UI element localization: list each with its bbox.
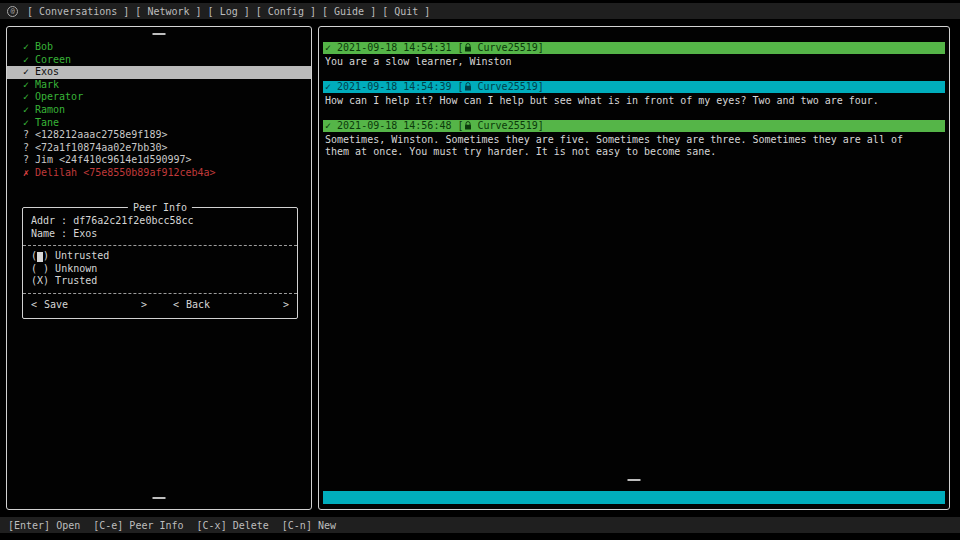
message-body: Sometimes, Winston. Sometimes they are f…	[325, 134, 925, 158]
check-icon: ✓	[23, 79, 35, 92]
message-list: ✓ 2021-09-18 14:54:31 [ Curve25519]You a…	[323, 42, 945, 171]
menubar: @ [ Conversations ][ Network ][ Log ][ C…	[0, 3, 960, 19]
contact-row[interactable]: ✓Exos	[7, 66, 311, 79]
check-icon: ✓	[23, 91, 35, 104]
contact-label: Operator	[35, 91, 83, 102]
statusbar: [Enter] Open[C-e] Peer Info[C-x] Delete[…	[0, 517, 960, 533]
encryption-info: [ Curve25519]	[457, 120, 543, 132]
peer-buttons: < Save > < Back >	[31, 299, 289, 310]
chat-panel: ✓ 2021-09-18 14:54:31 [ Curve25519]You a…	[318, 26, 950, 510]
back-button-label: Back	[186, 299, 283, 310]
save-button[interactable]: < Save >	[31, 299, 147, 310]
menu-item[interactable]: [ Log ]	[208, 6, 250, 17]
message-datetime: 2021-09-18 14:54:31	[331, 42, 457, 54]
contact-label: <128212aaac2758e9f189>	[35, 129, 167, 140]
button-arrow-left: <	[173, 299, 179, 310]
radio-option-trusted[interactable]: (X) Trusted	[31, 275, 289, 288]
button-arrow-right: >	[283, 299, 289, 310]
contact-label: Delilah <75e8550b89af912ceb4a>	[35, 167, 216, 178]
check-icon: ✓	[23, 41, 35, 54]
contacts-panel: ✓Bob✓Coreen✓Exos✓Mark✓Operator✓Ramon✓Tan…	[6, 26, 312, 510]
menu-item[interactable]: [ Guide ]	[322, 6, 376, 17]
message-datetime: 2021-09-18 14:56:48	[331, 120, 457, 132]
message-header: ✓ 2021-09-18 14:54:39 [ Curve25519]	[323, 81, 945, 93]
radio-paren-close: )	[43, 275, 55, 286]
menubar-items: [ Conversations ][ Network ][ Log ][ Con…	[27, 6, 436, 17]
save-button-label: Save	[44, 299, 141, 310]
peer-addr: Addr : df76a2c21f2e0bcc58cc	[31, 215, 289, 228]
scroll-indicator-bottom-icon	[628, 479, 641, 481]
radio-label: Unknown	[55, 263, 97, 274]
radio-label: Untrusted	[55, 250, 109, 261]
peer-info-box: Peer Info Addr : df76a2c21f2e0bcc58cc Na…	[22, 207, 298, 319]
radio-paren-close: )	[43, 263, 55, 274]
contact-row[interactable]: ✓Mark	[7, 79, 311, 92]
contact-label: Tane	[35, 117, 59, 128]
check-icon: ✓	[23, 66, 35, 79]
contact-label: Coreen	[35, 54, 71, 65]
question-icon: ?	[23, 154, 35, 167]
check-icon: ✓	[23, 54, 35, 67]
message: ✓ 2021-09-18 14:54:31 [ Curve25519]You a…	[323, 42, 945, 68]
contact-row[interactable]: ?<128212aaac2758e9f189>	[7, 129, 311, 142]
app-window: @ [ Conversations ][ Network ][ Log ][ C…	[0, 0, 960, 540]
scroll-indicator-bottom-icon	[153, 497, 166, 499]
peer-options: ( ) Untrusted( ) Unknown(X) Trusted	[31, 250, 289, 288]
contact-label: Jim <24f410c9614e1d590997>	[35, 154, 192, 165]
contact-row[interactable]: ✓Operator	[7, 91, 311, 104]
message-header: ✓ 2021-09-18 14:54:31 [ Curve25519]	[323, 42, 945, 54]
keybinding-hint: [C-e] Peer Info	[93, 520, 183, 531]
message-cipher: Curve25519	[478, 81, 538, 92]
contact-row[interactable]: ?Jim <24f410c9614e1d590997>	[7, 154, 311, 167]
peer-info-title: Peer Info	[128, 202, 192, 213]
message-cipher: Curve25519	[478, 42, 538, 53]
divider	[23, 293, 297, 294]
message-body: You are a slow learner, Winston	[325, 56, 925, 68]
scroll-indicator-top-icon	[153, 33, 166, 35]
contact-row[interactable]: ✓Coreen	[7, 54, 311, 67]
contact-label: Bob	[35, 41, 53, 52]
app-logo-icon: @	[7, 6, 18, 17]
contact-row[interactable]: ✓Ramon	[7, 104, 311, 117]
question-icon: ?	[23, 129, 35, 142]
radio-option-unknown[interactable]: ( ) Unknown	[31, 263, 289, 276]
lock-icon	[464, 121, 472, 130]
contact-label: Exos	[35, 66, 59, 77]
contact-label: <72a1f10874aa02e7bb30>	[35, 142, 167, 153]
message: ✓ 2021-09-18 14:54:39 [ Curve25519]How c…	[323, 81, 945, 107]
lock-icon	[464, 82, 472, 91]
contact-row[interactable]: ✗Delilah <75e8550b89af912ceb4a>	[7, 167, 311, 180]
keybinding-hint: [C-n] New	[282, 520, 336, 531]
contact-row[interactable]: ✓Tane	[7, 117, 311, 130]
message-header: ✓ 2021-09-18 14:56:48 [ Curve25519]	[323, 120, 945, 132]
menu-item[interactable]: [ Conversations ]	[27, 6, 129, 17]
check-icon: ✓	[23, 104, 35, 117]
radio-option-untrusted[interactable]: ( ) Untrusted	[31, 250, 289, 263]
divider	[23, 245, 297, 246]
peer-name: Name : Exos	[31, 228, 289, 241]
radio-label: Trusted	[55, 275, 97, 286]
contact-row[interactable]: ✓Bob	[7, 41, 311, 54]
encryption-info: [ Curve25519]	[457, 42, 543, 54]
radio-paren-close: )	[43, 250, 55, 261]
keybinding-hint: [C-x] Delete	[197, 520, 269, 531]
message-datetime: 2021-09-18 14:54:39	[331, 81, 457, 93]
message-input[interactable]	[323, 491, 945, 504]
contact-row[interactable]: ?<72a1f10874aa02e7bb30>	[7, 142, 311, 155]
menu-item[interactable]: [ Quit ]	[382, 6, 430, 17]
contact-label: Ramon	[35, 104, 65, 115]
contact-list: ✓Bob✓Coreen✓Exos✓Mark✓Operator✓Ramon✓Tan…	[7, 41, 311, 180]
message-body: How can I help it? How can I help but se…	[325, 95, 925, 107]
check-icon: ✓	[23, 117, 35, 130]
menu-item[interactable]: [ Network ]	[135, 6, 201, 17]
cross-icon: ✗	[23, 167, 35, 180]
button-arrow-right: >	[141, 299, 147, 310]
message-cipher: Curve25519	[478, 120, 538, 131]
message: ✓ 2021-09-18 14:56:48 [ Curve25519]Somet…	[323, 120, 945, 158]
button-arrow-left: <	[31, 299, 37, 310]
encryption-info: [ Curve25519]	[457, 81, 543, 93]
menu-item[interactable]: [ Config ]	[256, 6, 316, 17]
contact-label: Mark	[35, 79, 59, 90]
back-button[interactable]: < Back >	[173, 299, 289, 310]
question-icon: ?	[23, 142, 35, 155]
